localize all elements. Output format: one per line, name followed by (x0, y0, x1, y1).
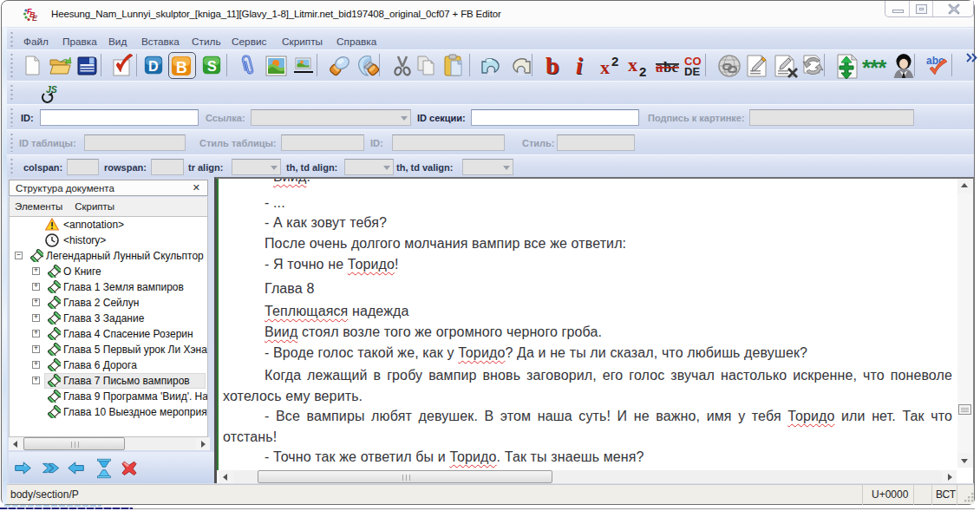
svg-text:2: 2 (611, 54, 618, 69)
svg-text:***: *** (862, 59, 887, 76)
svg-text:D: D (148, 58, 159, 74)
svg-text:x: x (600, 56, 610, 78)
svg-text:B: B (176, 59, 187, 76)
svg-text:i: i (576, 54, 583, 78)
svg-text:x: x (628, 54, 637, 75)
svg-text:S: S (207, 58, 217, 74)
svg-text:E: E (32, 14, 38, 23)
svg-text:b: b (546, 54, 559, 78)
svg-text:2: 2 (639, 64, 646, 78)
svg-text:DE: DE (684, 65, 700, 78)
